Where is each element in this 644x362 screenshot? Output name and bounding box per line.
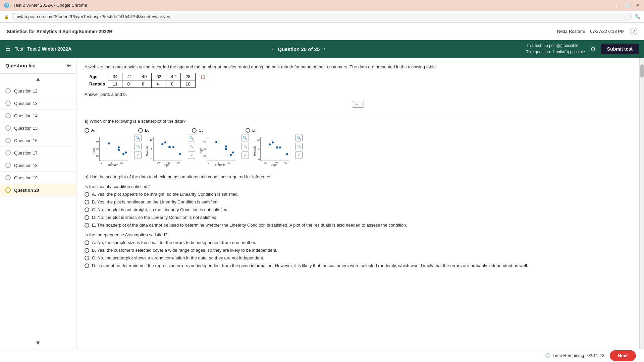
linearity-radio-C[interactable] <box>85 207 89 212</box>
sidebar-label-8: Question 20 <box>14 188 39 193</box>
svg-point-56 <box>215 141 217 143</box>
scatter-label-A: A. <box>85 128 131 133</box>
zoom-out-A[interactable]: 🔍 <box>134 143 142 150</box>
zoom-out-D[interactable]: 🔍 <box>295 143 303 150</box>
age-2: 41 <box>122 73 137 80</box>
help-icon[interactable]: ? <box>630 28 637 35</box>
sidebar-item-12[interactable]: Question 12 <box>0 85 76 97</box>
scatter-chart-container-C: Rentals Age 60 40 20 0 6 12 <box>199 134 239 168</box>
zoom-in-B[interactable]: 🔍 <box>188 134 195 141</box>
scatter-label-text-A: A. <box>91 128 95 133</box>
age-3: 49 <box>137 73 151 80</box>
independence-text-A: A. No, the sample size is too small for … <box>92 240 256 245</box>
rentals-6: 10 <box>181 80 195 88</box>
sidebar-radio-1 <box>5 101 11 106</box>
expand-icon[interactable]: 📋 <box>195 73 210 80</box>
sidebar-scroll-up-button[interactable]: ▲ <box>0 74 76 85</box>
time-label: Time Remaining: <box>552 353 585 358</box>
divider-1 <box>85 113 631 113</box>
browser-search-icon[interactable]: 🔍 <box>635 14 640 19</box>
sidebar-item-13[interactable]: Question 13 <box>0 97 76 110</box>
next-question-button[interactable]: › <box>324 46 325 52</box>
independence-radio-C[interactable] <box>85 256 89 260</box>
prev-question-button[interactable]: ‹ <box>272 46 274 52</box>
svg-point-35 <box>172 146 174 148</box>
scrollbar-thumb[interactable] <box>640 64 644 78</box>
sidebar-item-20[interactable]: Question 20 <box>0 184 76 196</box>
part-b-question: b) Use the scatterplot of the data to ch… <box>85 174 631 179</box>
scatter-options: A. Rentals Age 60 40 20 0 <box>85 128 631 168</box>
independence-radio-D[interactable] <box>85 263 89 268</box>
sidebar-item-17[interactable]: Question 17 <box>0 147 76 159</box>
scatter-chart-container-A: Rentals Age 60 40 20 0 6 12 <box>91 134 131 168</box>
svg-point-76 <box>276 146 278 148</box>
next-button[interactable]: Next <box>610 350 636 361</box>
expand-table-button[interactable]: ··· <box>352 101 364 108</box>
sidebar-item-14[interactable]: Question 14 <box>0 110 76 122</box>
chart-controls-A: 🔍 🔍 ⤢ <box>134 134 142 159</box>
linearity-radio-D[interactable] <box>85 215 89 220</box>
zoom-out-C[interactable]: 🔍 <box>241 143 249 150</box>
url-bar[interactable]: mylab.pearson.com/Student/PlayerTest.asp… <box>12 13 632 20</box>
independence-option-A: A. No, the sample size is too small for … <box>85 240 631 245</box>
scatter-radio-A[interactable] <box>85 128 89 133</box>
question-nav: ‹ Question 20 of 25 › <box>272 46 326 52</box>
svg-text:60: 60 <box>284 162 287 164</box>
sidebar-item-15[interactable]: Question 15 <box>0 122 76 134</box>
linearity-option-D: D. No, the plot is linear, so the Linear… <box>85 215 631 220</box>
scatter-option-D: D. Age Rentals 12 6 0 20 40 60 <box>246 128 292 168</box>
expand-A[interactable]: ⤢ <box>134 152 142 159</box>
question-list-title: Question list <box>5 63 36 68</box>
window-controls[interactable]: — ⬜ ✕ <box>615 3 640 8</box>
submit-test-button[interactable]: Submit test <box>601 44 639 54</box>
svg-point-38 <box>161 143 163 145</box>
linearity-option-C: C. No, the plot is not straight, so the … <box>85 207 631 212</box>
sidebar-item-19[interactable]: Question 19 <box>0 172 76 184</box>
settings-icon[interactable]: ⚙ <box>590 45 596 53</box>
linearity-radio-B[interactable] <box>85 200 89 204</box>
expand-C[interactable]: ⤢ <box>241 152 249 159</box>
independence-option-B: B. Yes, the customers selected cover a w… <box>85 248 631 253</box>
linearity-option-B: B. Yes, the plot is nonlinear, so the Li… <box>85 199 631 204</box>
right-scrollbar[interactable] <box>639 58 644 349</box>
maximize-button[interactable]: ⬜ <box>625 3 631 8</box>
scatter-radio-B[interactable] <box>138 128 143 133</box>
zoom-out-B[interactable]: 🔍 <box>188 143 195 150</box>
sidebar-item-16[interactable]: Question 16 <box>0 134 76 147</box>
minimize-button[interactable]: — <box>615 3 620 8</box>
hamburger-icon[interactable]: ☰ <box>5 45 11 53</box>
sidebar-label-6: Question 18 <box>14 163 38 168</box>
linearity-radio-A[interactable] <box>85 192 89 197</box>
scatter-chart-C: Rentals Age 60 40 20 0 6 12 <box>199 134 239 168</box>
browser-titlebar: 🌐 Test 2 Winter 2022A - Google Chrome — … <box>0 0 644 11</box>
expand-B[interactable]: ⤢ <box>188 152 195 159</box>
independence-radio-A[interactable] <box>85 240 89 245</box>
sidebar-item-18[interactable]: Question 18 <box>0 159 76 172</box>
sidebar-collapse-button[interactable]: ⇤ <box>66 62 71 69</box>
linearity-option-E: E. The scatterplot of the data cannot be… <box>85 223 631 228</box>
svg-point-53 <box>232 152 234 154</box>
rentals-1: 11 <box>108 80 122 88</box>
scatter-chart-D: Age Rentals 12 6 0 20 40 60 <box>252 134 292 168</box>
clock-icon: 🕐 <box>545 353 550 358</box>
independence-radio-B[interactable] <box>85 248 89 253</box>
svg-text:Rentals: Rentals <box>253 145 256 156</box>
linearity-radio-E[interactable] <box>85 223 89 228</box>
linearity-text-C: C. No, the plot is not straight, so the … <box>92 207 229 212</box>
independence-option-D: D. It cannot be determined if the regres… <box>85 263 631 268</box>
zoom-in-A[interactable]: 🔍 <box>134 134 142 141</box>
scatter-radio-D[interactable] <box>246 128 250 133</box>
scatter-radio-C[interactable] <box>192 128 197 133</box>
sidebar: Question list ⇤ ▲ Question 12Question 13… <box>0 58 76 349</box>
svg-text:20: 20 <box>203 155 206 157</box>
close-button[interactable]: ✕ <box>636 3 640 8</box>
linearity-text-A: A. Yes, the plot appears to be straight,… <box>92 192 239 197</box>
sidebar-radio-6 <box>5 163 11 168</box>
expand-D[interactable]: ⤢ <box>295 152 303 159</box>
zoom-in-D[interactable]: 🔍 <box>295 134 303 141</box>
zoom-in-C[interactable]: 🔍 <box>241 134 249 141</box>
svg-point-33 <box>164 141 166 143</box>
bottom-bar: 🕐 Time Remaining: 02:11:42 Next <box>0 349 644 362</box>
svg-text:6: 6 <box>151 148 152 150</box>
sidebar-scroll-down-button[interactable]: ▼ <box>0 338 76 349</box>
